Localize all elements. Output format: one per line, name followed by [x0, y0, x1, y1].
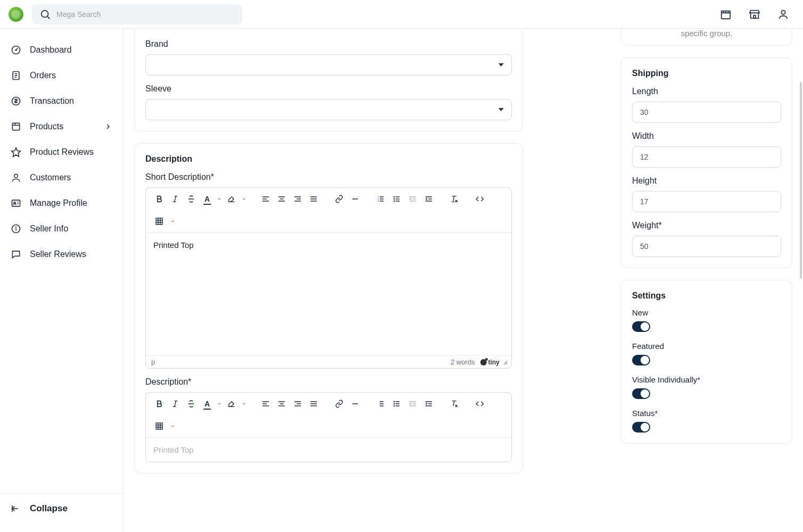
element-path[interactable]: p — [151, 358, 155, 366]
length-input[interactable] — [632, 102, 781, 123]
visible-toggle[interactable] — [632, 388, 650, 399]
align-left-button[interactable] — [258, 191, 274, 207]
collapse-label: Collapse — [30, 503, 68, 514]
user-icon[interactable] — [777, 9, 789, 20]
clear-format-button[interactable] — [446, 191, 462, 207]
editor-toolbar-row2 — [146, 415, 511, 438]
bg-color-chevron[interactable] — [240, 191, 248, 207]
svg-line-1 — [47, 16, 50, 19]
sleeve-field-label: Sleeve — [145, 84, 512, 94]
link-button[interactable] — [331, 191, 347, 207]
status-toggle[interactable] — [632, 422, 650, 433]
svg-point-7 — [781, 10, 785, 14]
table-chevron[interactable] — [168, 418, 177, 434]
bullet-list-button[interactable] — [389, 396, 405, 412]
length-label: Length — [632, 87, 781, 96]
new-toggle-label: New — [632, 308, 781, 317]
bg-color-button[interactable] — [224, 396, 240, 412]
width-input[interactable] — [632, 146, 781, 168]
ordered-list-button[interactable]: 123 — [373, 191, 389, 207]
sidebar-item-label: Transaction — [30, 96, 74, 106]
align-justify-button[interactable] — [306, 191, 322, 207]
italic-button[interactable] — [167, 396, 183, 412]
align-right-button[interactable] — [290, 191, 306, 207]
scrollbar-thumb[interactable] — [800, 82, 802, 279]
tinymce-logo[interactable]: tiny — [480, 359, 499, 366]
sidebar-item-label: Product Reviews — [30, 147, 94, 157]
table-button[interactable] — [151, 213, 167, 229]
align-left-button[interactable] — [258, 396, 274, 412]
sidebar-item-dashboard[interactable]: Dashboard — [0, 37, 123, 63]
text-color-button[interactable]: A — [199, 396, 215, 412]
link-button[interactable] — [331, 396, 347, 412]
outdent-button[interactable] — [405, 191, 421, 207]
sidebar-item-seller-reviews[interactable]: Seller Reviews — [0, 242, 123, 267]
ordered-list-button[interactable] — [373, 396, 389, 412]
strikethrough-button[interactable] — [183, 396, 199, 412]
weight-input[interactable] — [632, 236, 781, 257]
description-card-title: Description — [145, 154, 512, 164]
table-button[interactable] — [151, 418, 167, 434]
sidebar-item-product-reviews[interactable]: Product Reviews — [0, 139, 123, 165]
svg-marker-18 — [12, 148, 21, 157]
app-logo[interactable] — [9, 7, 23, 22]
description-editor: A — [145, 392, 512, 462]
group-hint-fragment: specific group. — [621, 29, 792, 46]
marketplace-icon[interactable] — [749, 9, 760, 20]
sidebar-item-seller-info[interactable]: Seller Info — [0, 216, 123, 242]
height-input[interactable] — [632, 191, 781, 212]
bg-color-chevron[interactable] — [240, 396, 248, 412]
svg-point-26 — [16, 227, 17, 227]
collapse-button[interactable]: Collapse — [0, 493, 123, 523]
bold-button[interactable] — [151, 396, 167, 412]
align-right-button[interactable] — [290, 396, 306, 412]
mega-search[interactable] — [32, 4, 242, 24]
bg-color-button[interactable] — [224, 191, 240, 207]
description-textarea[interactable]: Printed Top — [146, 438, 511, 462]
scrollbar[interactable] — [800, 29, 802, 532]
sidebar-item-manage-profile[interactable]: Manage Profile — [0, 190, 123, 216]
svg-point-9 — [15, 49, 17, 51]
clear-format-button[interactable] — [446, 396, 462, 412]
bullet-list-button[interactable] — [389, 191, 405, 207]
brand-select[interactable] — [145, 54, 512, 76]
code-button[interactable] — [472, 396, 488, 412]
sleeve-select[interactable] — [145, 99, 512, 120]
outdent-button[interactable] — [405, 396, 421, 412]
bold-button[interactable] — [151, 191, 167, 207]
short-description-textarea[interactable]: Printed Top — [146, 233, 511, 355]
hr-button[interactable] — [347, 191, 363, 207]
new-toggle[interactable] — [632, 321, 650, 332]
indent-button[interactable] — [421, 396, 437, 412]
align-justify-button[interactable] — [306, 396, 322, 412]
italic-button[interactable] — [167, 191, 183, 207]
sidebar-item-products[interactable]: Products — [0, 114, 123, 139]
status-toggle-label: Status* — [632, 409, 781, 418]
align-center-button[interactable] — [274, 396, 290, 412]
svg-point-56 — [394, 196, 395, 197]
resize-grip-icon[interactable]: ◢ — [503, 359, 506, 365]
sidebar-item-customers[interactable]: Customers — [0, 165, 123, 190]
align-center-button[interactable] — [274, 191, 290, 207]
strikethrough-button[interactable] — [183, 191, 199, 207]
featured-toggle[interactable] — [632, 355, 650, 365]
svg-point-99 — [394, 405, 395, 406]
sidebar-item-orders[interactable]: Orders — [0, 63, 123, 88]
table-chevron[interactable] — [168, 213, 177, 229]
caret-down-icon — [498, 108, 504, 111]
text-color-chevron[interactable] — [215, 191, 224, 207]
svg-rect-2 — [722, 13, 731, 19]
svg-point-19 — [14, 174, 18, 178]
storefront-icon[interactable] — [720, 9, 732, 20]
star-icon — [11, 147, 21, 157]
search-input[interactable] — [56, 10, 235, 19]
indent-button[interactable] — [421, 191, 437, 207]
code-button[interactable] — [472, 191, 488, 207]
hr-button[interactable] — [347, 396, 363, 412]
text-color-chevron[interactable] — [215, 396, 224, 412]
text-color-button[interactable]: A — [199, 191, 215, 207]
caret-down-icon — [498, 63, 504, 66]
shipping-card-title: Shipping — [632, 69, 781, 78]
editor-statusbar: p 2 words tiny ◢ — [146, 355, 511, 368]
sidebar-item-transaction[interactable]: Transaction — [0, 88, 123, 114]
